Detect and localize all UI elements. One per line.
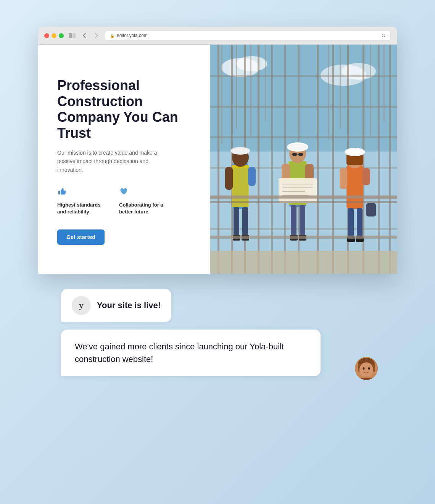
forward-icon[interactable] <box>93 32 100 39</box>
svg-rect-1 <box>72 33 76 38</box>
yola-avatar: y <box>72 296 91 315</box>
svg-rect-36 <box>234 207 239 237</box>
minimize-button[interactable] <box>52 33 56 38</box>
svg-rect-76 <box>221 45 222 144</box>
svg-rect-11 <box>258 45 259 274</box>
feature-label-standards: Highest standards and reliability <box>57 202 107 215</box>
close-button[interactable] <box>44 33 49 38</box>
svg-rect-35 <box>248 167 256 186</box>
svg-rect-19 <box>378 45 380 274</box>
traffic-lights <box>44 33 64 38</box>
chat-bubble-live: y Your site is live! <box>61 289 171 322</box>
svg-rect-78 <box>250 45 251 136</box>
svg-rect-20 <box>389 45 391 274</box>
svg-rect-79 <box>265 45 266 121</box>
svg-rect-22 <box>210 106 397 108</box>
svg-rect-65 <box>346 149 364 155</box>
svg-rect-15 <box>317 45 319 274</box>
svg-rect-29 <box>232 165 249 207</box>
svg-point-88 <box>363 367 365 370</box>
thumbs-up-icon <box>57 186 107 199</box>
svg-rect-13 <box>284 45 286 274</box>
svg-rect-45 <box>292 153 297 156</box>
svg-rect-83 <box>383 45 385 121</box>
feature-item-collaboration: Collaborating for a better future <box>119 186 169 215</box>
sidebar-toggle-icon[interactable] <box>68 32 76 39</box>
address-bar[interactable]: 🔒 editor.yola.com ↻ <box>105 31 391 40</box>
browser-titlebar: 🔒 editor.yola.com ↻ <box>38 27 397 45</box>
svg-rect-12 <box>271 45 273 274</box>
svg-rect-33 <box>232 149 249 154</box>
svg-rect-23 <box>210 136 397 138</box>
website-right-image <box>210 45 397 274</box>
heart-icon <box>119 186 169 199</box>
svg-rect-16 <box>332 45 334 274</box>
svg-rect-55 <box>291 205 296 237</box>
refresh-icon[interactable]: ↻ <box>381 32 386 39</box>
chat-bubble-testimonial-text: We've gained more clients since launchin… <box>75 342 284 364</box>
chat-bubble-live-text: Your site is live! <box>97 300 161 310</box>
avatar-illustration <box>355 357 378 380</box>
svg-rect-21 <box>210 75 397 77</box>
svg-rect-37 <box>242 207 248 237</box>
svg-rect-75 <box>210 236 397 239</box>
get-started-button[interactable]: Get started <box>57 229 105 245</box>
back-icon[interactable] <box>81 32 88 39</box>
hero-title: Professional Construction Company You Ca… <box>57 78 191 141</box>
svg-rect-67 <box>362 168 370 185</box>
svg-rect-50 <box>279 178 317 203</box>
svg-rect-91 <box>355 378 378 380</box>
svg-rect-72 <box>366 203 376 216</box>
feature-item-standards: Highest standards and reliability <box>57 186 107 215</box>
svg-rect-82 <box>370 45 371 136</box>
lock-icon: 🔒 <box>110 34 114 38</box>
website-content: Professional Construction Company You Ca… <box>38 45 397 274</box>
feature-label-collaboration: Collaborating for a better future <box>119 202 169 215</box>
features-row: Highest standards and reliability Collab… <box>57 186 191 215</box>
hero-description: Our mission is to create value and make … <box>57 149 164 174</box>
svg-rect-80 <box>328 45 329 140</box>
svg-rect-8 <box>218 45 219 274</box>
svg-rect-0 <box>69 33 72 38</box>
svg-point-87 <box>359 362 373 378</box>
svg-rect-68 <box>348 208 354 239</box>
svg-rect-69 <box>357 208 362 239</box>
construction-scene-svg <box>210 45 397 274</box>
user-avatar <box>355 357 378 380</box>
url-text: editor.yola.com <box>117 33 148 38</box>
svg-rect-73 <box>210 195 397 199</box>
chat-bubble-testimonial: We've gained more clients since launchin… <box>61 330 321 376</box>
svg-point-89 <box>368 367 370 370</box>
svg-rect-74 <box>210 201 397 203</box>
svg-rect-44 <box>288 144 307 150</box>
svg-rect-81 <box>340 45 341 129</box>
screen-wrapper: 🔒 editor.yola.com ↻ Professional Constru… <box>34 27 401 477</box>
svg-rect-77 <box>236 45 237 129</box>
svg-point-5 <box>237 56 267 71</box>
svg-rect-34 <box>225 167 233 190</box>
svg-rect-46 <box>298 153 303 156</box>
svg-rect-56 <box>300 205 305 237</box>
yola-logo-text: y <box>79 300 84 310</box>
maximize-button[interactable] <box>59 33 64 38</box>
chat-bubble-testimonial-wrapper: We've gained more clients since launchin… <box>61 330 374 376</box>
website-left-panel: Professional Construction Company You Ca… <box>38 45 210 274</box>
svg-rect-66 <box>340 168 347 189</box>
browser-window: 🔒 editor.yola.com ↻ Professional Constru… <box>38 27 397 274</box>
chat-section: y Your site is live! We've gained more c… <box>38 274 397 391</box>
svg-rect-27 <box>210 251 397 274</box>
